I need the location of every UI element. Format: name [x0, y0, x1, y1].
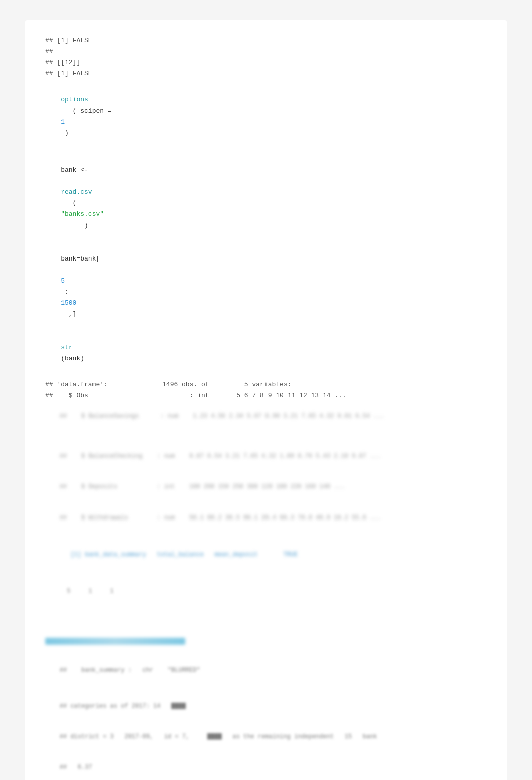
- blurred-output-4: ## $ Deposits : int 100 200 150 250 300 …: [45, 472, 487, 502]
- blurred-comment-3: ## district = 3 2017-09, id = 7, ████ as…: [45, 721, 487, 752]
- output-line-1: ## [1] FALSE: [45, 35, 487, 46]
- bank-subset-pre: bank=bank[: [61, 255, 100, 263]
- blurred-output-2: [45, 432, 487, 441]
- bank-subset-post: ,]: [61, 310, 76, 318]
- blurred-blue-line: [1] bank_data_summary total_balance mean…: [45, 539, 487, 570]
- blurred-output-3: ## $ BalanceChecking : num 9.87 6.54 3.2…: [45, 441, 487, 472]
- options-paren-open: ( scipen =: [61, 107, 139, 115]
- blurred-small-1: 5 1 1: [45, 576, 487, 607]
- bank-assign: bank <-: [61, 166, 88, 174]
- bank-subset-spaces1: [61, 266, 72, 274]
- bank-assign-line: bank <- read.csv ( "banks.csv" ): [45, 154, 487, 242]
- blurred-comment-2: ## categories as of 2017: 14 ████: [45, 691, 487, 721]
- output-line-3: ## [[12]]: [45, 57, 487, 68]
- bank-subset-num1: 5: [61, 277, 65, 285]
- read-csv-close: ): [61, 222, 88, 229]
- blurred-blue-bar: [45, 638, 185, 645]
- bank-subset-line: bank=bank[ 5 : 1500 ,]: [45, 242, 487, 331]
- str-output-dataframe: ## 'data.frame': 1496 obs. of 5 variable…: [45, 379, 487, 390]
- read-csv-paren: (: [61, 199, 80, 207]
- bank-subset-sep: :: [61, 288, 72, 296]
- options-keyword: options: [61, 96, 88, 103]
- read-csv-fn: read.csv: [61, 188, 92, 196]
- blurred-small-2: [45, 607, 487, 637]
- options-line: options ( scipen = 1 ): [45, 83, 487, 150]
- blurred-comment-1: ## bank_summary : chr "BLURRED": [45, 655, 487, 686]
- blurred-comment-4: ## 6.37: [45, 752, 487, 781]
- banks-csv-str: "banks.csv": [61, 210, 104, 218]
- options-scipen-val: 1: [61, 118, 65, 126]
- str-arg: (bank): [61, 355, 84, 362]
- output-line-4: ## [1] FALSE: [45, 68, 487, 79]
- blurred-output-5: ## $ Withdrawals : num 50.1 80.2 30.5 90…: [45, 502, 487, 533]
- read-csv-spaces: [61, 177, 80, 185]
- str-line: str (bank): [45, 331, 487, 375]
- console-output: ## [1] FALSE ## ## [[12]] ## [1] FALSE o…: [25, 20, 507, 780]
- bank-subset-num2: 1500: [61, 299, 76, 307]
- str-fn: str: [61, 344, 72, 351]
- options-paren-close: ): [61, 129, 69, 137]
- str-output-obs: ## $ Obs : int 5 6 7 8 9 10 11 12 13 14 …: [45, 390, 487, 401]
- output-line-2: ##: [45, 46, 487, 57]
- blurred-output-1: ## $ BalanceSavings : num 1.23 4.56 2.34…: [45, 401, 487, 432]
